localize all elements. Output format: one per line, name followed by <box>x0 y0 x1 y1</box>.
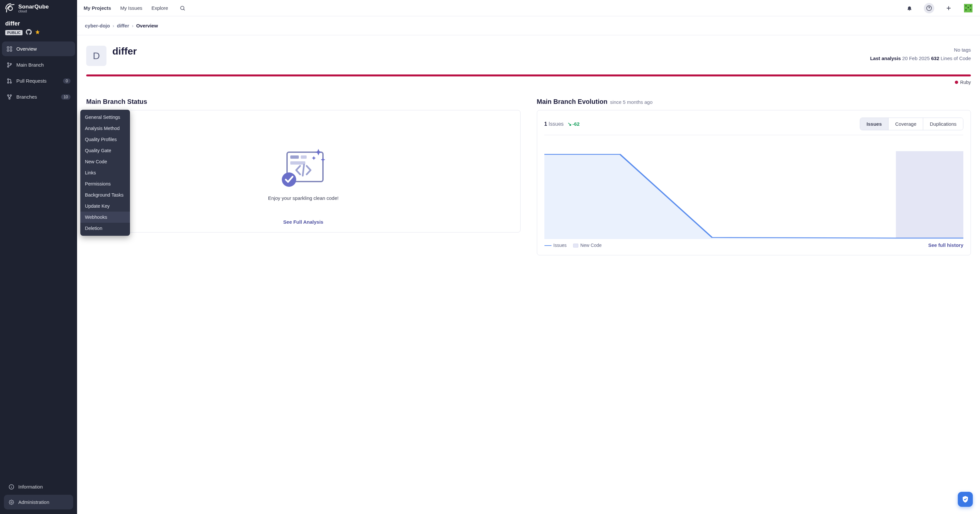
svg-rect-2 <box>10 47 12 48</box>
sidebar-item-pull-requests[interactable]: Pull Requests 0 <box>2 73 75 88</box>
clean-code-message: Enjoy your sparkling clean code! <box>268 195 339 201</box>
legend-area-icon <box>573 243 578 248</box>
dropdown-update-key[interactable]: Update Key <box>80 201 130 212</box>
quality-gate-card: Quality Gate Passed <box>86 110 520 232</box>
topnav-my-projects[interactable]: My Projects <box>84 5 111 11</box>
issues-delta: ↘ -62 <box>568 121 580 127</box>
qg-status: Passed <box>94 125 513 136</box>
svg-point-6 <box>8 66 9 67</box>
legend-line-icon <box>544 245 552 246</box>
see-full-history-link[interactable]: See full history <box>928 242 963 248</box>
branches-icon <box>6 94 13 100</box>
svg-rect-28 <box>290 161 305 165</box>
sidebar-item-label: Branches <box>16 94 37 100</box>
svg-rect-19 <box>965 5 967 6</box>
breadcrumb-org[interactable]: cyber-dojo <box>85 23 110 29</box>
github-icon[interactable] <box>26 29 32 36</box>
dropdown-deletion[interactable]: Deletion <box>80 223 130 234</box>
hero: D differ No tags Last analysis 20 Feb 20… <box>86 46 971 66</box>
pull-request-icon <box>6 78 13 84</box>
see-full-analysis-link[interactable]: See Full Analysis <box>283 219 323 225</box>
sidebar-item-label: Overview <box>16 46 37 52</box>
loc-value: 632 <box>931 56 939 61</box>
svg-point-11 <box>8 95 9 96</box>
svg-point-9 <box>8 82 9 83</box>
svg-rect-26 <box>290 156 299 159</box>
sidebar-item-branches[interactable]: Branches 10 <box>2 89 75 104</box>
svg-point-16 <box>181 6 184 10</box>
status-title: Main Branch Status <box>86 98 520 105</box>
brand-logo[interactable]: SonarQube cloud <box>0 0 77 17</box>
evolution-column: Main Branch Evolution since 5 months ago… <box>537 98 971 255</box>
topnav-explore[interactable]: Explore <box>151 5 168 11</box>
plus-icon[interactable] <box>943 3 954 13</box>
svg-point-5 <box>8 63 9 64</box>
branch-icon <box>6 62 13 68</box>
sidebar-item-main-branch[interactable]: Main Branch <box>2 57 75 72</box>
chevron-right-icon: › <box>132 23 134 29</box>
tab-duplications[interactable]: Duplications <box>923 118 963 130</box>
brand-sub: cloud <box>18 10 49 13</box>
administration-dropdown: General Settings Analysis Method Quality… <box>80 110 130 236</box>
loc-label: Lines of Code <box>940 56 971 61</box>
svg-rect-3 <box>7 49 9 51</box>
star-icon[interactable] <box>35 29 40 36</box>
content: D differ No tags Last analysis 20 Feb 20… <box>77 35 980 266</box>
chevron-right-icon: › <box>113 23 114 29</box>
svg-rect-30 <box>896 151 963 239</box>
sidebar-item-overview[interactable]: Overview <box>2 41 75 56</box>
svg-point-12 <box>10 95 11 96</box>
issues-count: 1 <box>544 121 547 127</box>
bell-icon[interactable] <box>904 3 915 13</box>
sidebar-item-label: Administration <box>18 499 49 505</box>
sidebar-item-administration[interactable]: Administration <box>4 495 73 509</box>
dropdown-quality-gate[interactable]: Quality Gate <box>80 145 130 156</box>
clean-code-icon <box>277 146 329 189</box>
project-block: differ PUBLIC <box>0 17 77 39</box>
evolution-card: 1 Issues ↘ -62 Issues Coverage Duplicati… <box>537 110 971 255</box>
svg-rect-20 <box>970 5 971 6</box>
help-icon[interactable] <box>924 3 934 13</box>
avatar[interactable] <box>963 3 974 13</box>
sidebar: SonarQube cloud differ PUBLIC Overview <box>0 0 77 514</box>
last-analysis-date: 20 Feb 2025 <box>902 56 930 61</box>
security-widget-button[interactable] <box>958 492 973 507</box>
gear-icon <box>8 500 14 505</box>
svg-rect-1 <box>7 47 9 48</box>
evolution-chart <box>544 141 964 239</box>
sonar-logo-icon <box>5 3 16 14</box>
topnav-my-issues[interactable]: My Issues <box>120 5 142 11</box>
dropdown-background-tasks[interactable]: Background Tasks <box>80 189 130 201</box>
svg-rect-27 <box>301 156 307 159</box>
evolution-since: since 5 months ago <box>610 99 652 105</box>
svg-point-10 <box>10 82 11 83</box>
info-icon <box>8 484 14 490</box>
dropdown-permissions[interactable]: Permissions <box>80 178 130 189</box>
svg-rect-4 <box>10 49 12 51</box>
legend-issues: Issues <box>554 243 566 248</box>
language-bar: Ruby <box>86 75 971 85</box>
last-analysis-label: Last analysis <box>870 56 900 61</box>
topbar: My Projects My Issues Explore <box>77 0 980 16</box>
svg-point-8 <box>8 79 9 80</box>
svg-point-0 <box>8 6 13 10</box>
breadcrumb: cyber-dojo › differ › Overview <box>77 16 980 35</box>
sidebar-item-information[interactable]: Information <box>4 479 73 494</box>
dropdown-analysis-method[interactable]: Analysis Method <box>80 123 130 134</box>
dropdown-links[interactable]: Links <box>80 167 130 178</box>
tab-issues[interactable]: Issues <box>860 118 889 130</box>
issues-word: Issues <box>549 121 564 127</box>
dropdown-webhooks[interactable]: Webhooks <box>80 212 130 223</box>
dropdown-quality-profiles[interactable]: Quality Profiles <box>80 134 130 145</box>
breadcrumb-project[interactable]: differ <box>117 23 129 29</box>
visibility-badge: PUBLIC <box>5 30 22 35</box>
svg-rect-23 <box>970 9 971 10</box>
pr-count: 0 <box>63 78 70 84</box>
sidebar-nav: Overview Main Branch Pull Requests 0 Bra… <box>0 39 77 514</box>
dropdown-general-settings[interactable]: General Settings <box>80 112 130 123</box>
sidebar-item-label: Pull Requests <box>16 78 47 84</box>
tab-coverage[interactable]: Coverage <box>888 118 923 130</box>
search-icon[interactable] <box>177 3 188 13</box>
svg-point-15 <box>11 501 12 503</box>
dropdown-new-code[interactable]: New Code <box>80 156 130 167</box>
